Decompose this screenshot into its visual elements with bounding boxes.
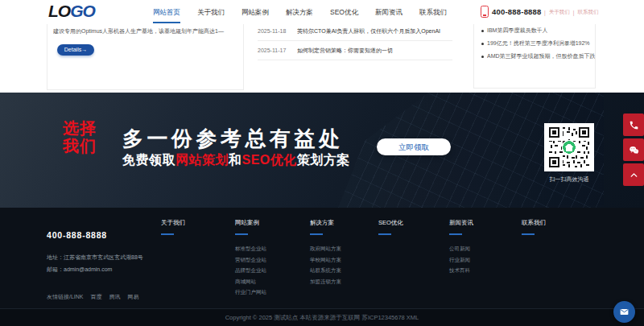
chevron-up-icon [629, 170, 639, 180]
footer-link[interactable]: 学校网站方案 [310, 254, 341, 266]
wechat-float-button[interactable] [623, 138, 644, 161]
article-excerpt: 建设专用的Optimus人形机器人生产基地，该基地规划年产能高达1— [53, 27, 243, 35]
floating-toolbar [623, 113, 644, 188]
back-to-top-button[interactable] [623, 163, 644, 186]
footer-col-title[interactable]: 网站案例 [235, 219, 266, 227]
footer-link[interactable]: 加盟连锁方案 [310, 276, 341, 287]
footer-col-cases: 网站案例 标准型企业站 营销型企业站 品牌型企业站 商城网站 行业门户网站 [235, 219, 266, 298]
accent-bar [310, 233, 323, 235]
footer-link[interactable]: 站群系统方案 [310, 265, 341, 276]
nav-item-about[interactable]: 关于我们 [197, 0, 225, 24]
subtitle-tail: 策划方案 [297, 153, 350, 167]
details-button[interactable]: Details→ [57, 44, 94, 56]
nav-item-contact[interactable]: 联系我们 [419, 0, 447, 24]
hot-news-box: IBM第四季度裁员数千人 199亿元！携程第三季度净利润暴增192% AMD第三… [473, 18, 596, 89]
hot-news-item[interactable]: 199亿元！携程第三季度净利润暴增192% [481, 37, 595, 50]
subtitle-highlight: 网站策划 [175, 153, 229, 167]
phone-icon [629, 120, 639, 130]
bullet-dot [481, 43, 484, 45]
news-list: 2025-11-18 英特尔CTO兼AI负责人辞职，仅任职六个月后加入OpenA… [258, 22, 452, 60]
qr-block: 扫一扫高效沟通 [544, 123, 594, 184]
site-logo[interactable]: LOGO [48, 2, 95, 21]
copyright-bar: Copyright © 2025 测试站点 本站资源来源于互联网 苏ICP123… [0, 308, 644, 326]
tagline-line1: 选择 [63, 119, 97, 137]
footer-link[interactable]: 行业门户网站 [235, 287, 266, 298]
phone-number: 400-888-8888 [492, 7, 542, 16]
footer-link[interactable]: 技术百科 [449, 265, 473, 276]
footer-col-title[interactable]: 解决方案 [310, 219, 341, 227]
header-quick-links: | 关于我们 | 联系我们 [544, 0, 598, 24]
footer-col-title[interactable]: SEO优化 [378, 219, 403, 227]
footer-link[interactable]: 政府网站方案 [310, 243, 341, 254]
quick-link-about[interactable]: 关于我们 [549, 9, 570, 16]
site-header: LOGO 网站首页 关于我们 网站案例 解决方案 SEO优化 新闻资讯 联系我们… [0, 0, 644, 24]
page: 建设专用的Optimus人形机器人生产基地，该基地规划年产能高达1— Detai… [0, 0, 644, 326]
nav-item-news[interactable]: 新闻资讯 [375, 0, 402, 24]
claim-now-button[interactable]: 立即领取 [377, 138, 451, 155]
footer-link[interactable]: 商城网站 [235, 276, 266, 287]
promo-banner: 选择 我们 多一份参考总有益处 免费领取网站策划和SEO优化策划方案 立即领取 … [0, 93, 644, 208]
accent-bar [378, 233, 391, 235]
article-card: 建设专用的Optimus人形机器人生产基地，该基地规划年产能高达1— Detai… [47, 18, 244, 90]
news-section: 建设专用的Optimus人形机器人生产基地，该基地规划年产能高达1— Detai… [0, 24, 644, 93]
accent-bar [522, 233, 535, 235]
hot-news-text: AMD第三财季业绩超预期，但股价盘后下跌近5% [487, 52, 595, 60]
footer-address: 地址：江苏省南京市玄武区玄武湖88号 [47, 254, 143, 262]
friend-link-baidu[interactable]: 百度 [91, 293, 102, 301]
footer-col-title[interactable]: 联系我们 [522, 219, 546, 227]
footer-col-solutions: 解决方案 政府网站方案 学校网站方案 站群系统方案 加盟连锁方案 [310, 219, 341, 287]
news-row[interactable]: 2025-11-18 英特尔CTO兼AI负责人辞职，仅任职六个月后加入OpenA… [258, 22, 452, 41]
header-phone: 400-888-8888 [481, 6, 542, 18]
footer-col-contact: 联系我们 [522, 219, 546, 235]
footer-col-title[interactable]: 新闻资讯 [449, 219, 473, 227]
hot-news-text: IBM第四季度裁员数千人 [487, 27, 547, 35]
contact-email-button[interactable] [613, 301, 635, 323]
footer-col-about: 关于我们 [161, 219, 185, 235]
news-title: 如何制定营销策略：你需要知道的一切 [297, 47, 393, 55]
subtitle-mid: 和 [229, 153, 242, 167]
footer-link[interactable]: 行业新闻 [449, 254, 473, 266]
divider: | [573, 10, 575, 15]
footer-phone: 400-888-8888 [47, 230, 107, 240]
banner-tagline: 选择 我们 [63, 119, 97, 155]
friend-links: 友情链接/LINK 百度 腾讯 网易 [47, 293, 139, 301]
subtitle-highlight: SEO优化 [242, 153, 297, 167]
hot-news-text: 199亿元！携程第三季度净利润暴增192% [487, 39, 590, 47]
footer-link[interactable]: 标准型企业站 [235, 243, 266, 254]
accent-bar [449, 233, 462, 235]
footer-link[interactable]: 公司新闻 [449, 243, 473, 254]
nav-item-solutions[interactable]: 解决方案 [286, 0, 313, 24]
friend-links-label: 友情链接/LINK [47, 293, 84, 301]
accent-bar [161, 233, 174, 235]
bullet-dot [481, 30, 484, 32]
qr-code [544, 123, 594, 171]
hot-news-item[interactable]: IBM第四季度裁员数千人 [481, 24, 595, 37]
site-footer: 400-888-8888 地址：江苏省南京市玄武区玄武湖88号 邮箱：admin… [0, 208, 644, 308]
news-date: 2025-11-18 [258, 28, 290, 34]
footer-email: 邮箱：admin@admin.com [47, 266, 112, 274]
tagline-line2: 我们 [63, 137, 97, 155]
wechat-icon [629, 145, 639, 155]
news-date: 2025-11-17 [258, 47, 290, 53]
subtitle-lead: 免费领取 [122, 153, 175, 167]
friend-link-netease[interactable]: 网易 [128, 293, 139, 301]
nav-item-cases[interactable]: 网站案例 [242, 0, 269, 24]
mobile-phone-icon [481, 6, 489, 18]
footer-link[interactable]: 营销型企业站 [235, 254, 266, 266]
hot-news-item[interactable]: AMD第三财季业绩超预期，但股价盘后下跌近5% [481, 50, 595, 63]
logo-text-dark: LO [48, 2, 70, 20]
banner-title: 多一份参考总有益处 [122, 125, 344, 153]
logo-text-blue: GO [70, 2, 95, 20]
footer-col-seo: SEO优化 [378, 219, 403, 235]
news-row[interactable]: 2025-11-17 如何制定营销策略：你需要知道的一切 [258, 41, 452, 60]
accent-bar [235, 233, 248, 235]
footer-link[interactable]: 品牌型企业站 [235, 265, 266, 276]
friend-link-tencent[interactable]: 腾讯 [109, 293, 121, 301]
footer-col-title[interactable]: 关于我们 [161, 219, 185, 227]
nav-item-home[interactable]: 网站首页 [153, 0, 180, 24]
divider: | [544, 10, 546, 15]
phone-float-button[interactable] [623, 113, 644, 136]
nav-item-seo[interactable]: SEO优化 [330, 0, 358, 24]
bullet-dot [481, 56, 484, 58]
quick-link-contact[interactable]: 联系我们 [577, 9, 598, 16]
